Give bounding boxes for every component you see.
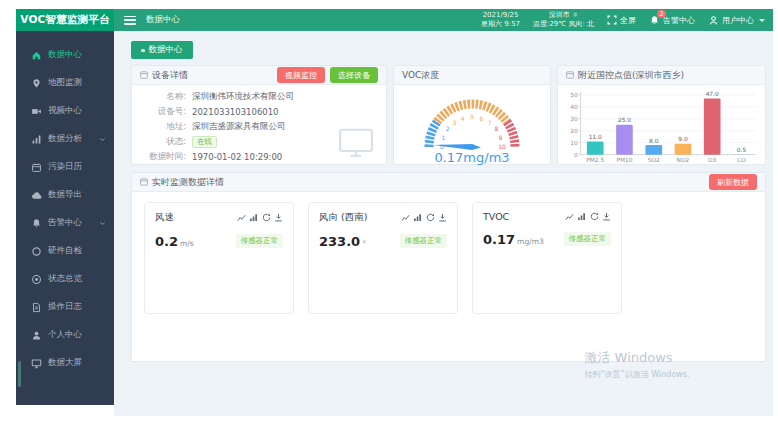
sidebar-item-video-center[interactable]: 视频中心 — [16, 97, 114, 125]
sensor-card-1: 风速0.2m/s传感器正常 — [144, 202, 294, 314]
tab-data-center[interactable]: 数据中心 — [131, 41, 193, 59]
svg-text:0: 0 — [574, 152, 578, 158]
device-field-value: 深圳吉盛源家具有限公司 — [192, 121, 286, 133]
svg-text:30: 30 — [570, 116, 578, 122]
alarm-center-label: 告警中心 — [663, 15, 695, 26]
main-content: 数据中心 设备详情 视频监控 选择设备 名称:深圳衡伟环境技术有限公司设备号:2… — [114, 31, 773, 416]
line-chart-icon[interactable] — [237, 213, 246, 222]
sensor-name: TVOC — [483, 211, 509, 222]
device-field-value: 2021033103106010 — [192, 107, 279, 117]
sensor-value: 0.2 — [155, 234, 178, 249]
device-field: 设备号:2021033103106010 — [140, 104, 378, 119]
svg-text:20: 20 — [570, 128, 578, 134]
device-field-label: 地址: — [140, 121, 186, 133]
device-field-label: 名称: — [140, 91, 186, 103]
video-monitor-button[interactable]: 视频监控 — [277, 67, 325, 83]
home-icon — [31, 50, 42, 61]
sidebar-item-data-screen[interactable]: 数据大屏 — [16, 349, 114, 377]
sidebar-item-hardware-selfcheck[interactable]: 硬件自检 — [16, 237, 114, 265]
svg-text:1: 1 — [442, 134, 446, 141]
device-field-label: 设备号: — [140, 106, 186, 118]
bell-icon — [31, 218, 42, 229]
menu-toggle-icon[interactable] — [124, 16, 136, 25]
signal-icon[interactable] — [577, 212, 586, 221]
sidebar-item-operation-log[interactable]: 操作日志 — [16, 293, 114, 321]
user-center-button[interactable]: 用户中心 — [708, 15, 765, 26]
fullscreen-button[interactable]: 全屏 — [607, 15, 636, 26]
svg-text:47.0: 47.0 — [706, 91, 719, 97]
sun-icon: ☼ — [572, 11, 578, 19]
video-icon — [31, 106, 42, 117]
realtime-panel-title: 实时监测数据详情 — [152, 176, 224, 189]
sensor-status-badge: 传感器正常 — [236, 234, 284, 248]
sidebar-item-label: 个人中心 — [48, 329, 82, 341]
user-icon — [708, 15, 719, 26]
gauge-panel-title: VOC浓度 — [402, 69, 439, 82]
line-chart-icon[interactable] — [565, 212, 574, 221]
top-header: VOC智慧监测平台 数据中心 2021/9/25 星期六 9:57 深圳市 ☼ … — [16, 9, 773, 31]
tab-bar: 数据中心 — [131, 37, 766, 59]
breadcrumb: 数据中心 — [146, 14, 180, 26]
national-station-chart-panel: 附近国控点值(深圳市西乡) 0102030405011.0PM2.525.0PM… — [557, 65, 766, 165]
sidebar-item-label: 地图监测 — [48, 77, 82, 89]
sidebar-item-personal-center[interactable]: 个人中心 — [16, 321, 114, 349]
svg-text:40: 40 — [570, 104, 578, 110]
device-detail-panel: 设备详情 视频监控 选择设备 名称:深圳衡伟环境技术有限公司设备号:202103… — [131, 65, 387, 165]
svg-text:10: 10 — [570, 140, 578, 146]
tab-label: 数据中心 — [149, 44, 183, 56]
refresh-icon[interactable] — [590, 212, 599, 221]
svg-text:10: 10 — [498, 143, 506, 150]
svg-text:2: 2 — [446, 126, 450, 133]
log-icon — [31, 302, 42, 313]
panel-list-icon — [140, 178, 148, 186]
fullscreen-icon — [607, 15, 617, 25]
sensor-value: 0.17 — [483, 232, 515, 247]
svg-text:8.0: 8.0 — [649, 138, 659, 144]
sensor-unit: m/s — [180, 239, 194, 248]
refresh-icon[interactable] — [262, 213, 271, 222]
svg-text:4: 4 — [461, 115, 465, 122]
alarm-count-badge: 2 — [657, 10, 666, 18]
user-center-label: 用户中心 — [722, 15, 754, 26]
alarm-center-button[interactable]: 2 告警中心 — [649, 15, 695, 26]
sidebar-item-data-export[interactable]: 数据导出 — [16, 181, 114, 209]
fullscreen-label: 全屏 — [620, 15, 636, 26]
sidebar-item-map-monitor[interactable]: 地图监测 — [16, 69, 114, 97]
signal-icon[interactable] — [249, 213, 258, 222]
select-device-button[interactable]: 选择设备 — [330, 67, 378, 83]
header-weather: 深圳市 ☼ 温度:29℃ 风向: 北 — [533, 11, 594, 29]
svg-text:CO: CO — [737, 158, 746, 164]
realtime-data-panel: 实时监测数据详情 刷新数据 风速0.2m/s传感器正常风向 (西南)233.0°… — [131, 172, 766, 362]
download-icon[interactable] — [438, 213, 447, 222]
voc-gauge: 012345678910 — [400, 85, 544, 152]
device-field-value: 1970-01-02 10:29:00 — [192, 152, 282, 162]
download-icon[interactable] — [602, 212, 611, 221]
signal-icon[interactable] — [413, 213, 422, 222]
sidebar-item-label: 数据大屏 — [48, 357, 82, 369]
sidebar-item-pollution-calendar[interactable]: 污染日历 — [16, 153, 114, 181]
download-icon[interactable] — [274, 213, 283, 222]
app-root: VOC智慧监测平台 数据中心 2021/9/25 星期六 9:57 深圳市 ☼ … — [16, 9, 773, 416]
sidebar-scrollbar[interactable] — [18, 361, 21, 387]
sensor-name: 风速 — [155, 211, 174, 224]
svg-text:SO2: SO2 — [648, 158, 660, 164]
line-chart-icon[interactable] — [401, 213, 410, 222]
sidebar-item-data-analysis[interactable]: 数据分析 — [16, 125, 114, 153]
sidebar-item-data-center[interactable]: 数据中心 — [16, 41, 114, 69]
svg-text:9.0: 9.0 — [678, 137, 688, 143]
refresh-data-button[interactable]: 刷新数据 — [709, 174, 757, 190]
watermark-line2: 转到“设置”以激活 Windows。 — [584, 369, 695, 380]
sidebar: 数据中心地图监测视频中心数据分析污染日历数据导出告警中心硬件自检状态总览操作日志… — [16, 31, 114, 405]
header-weather-detail: 温度:29℃ 风向: 北 — [533, 20, 594, 29]
sidebar-item-alarm-center[interactable]: 告警中心 — [16, 209, 114, 237]
refresh-icon[interactable] — [426, 213, 435, 222]
sidebar-item-label: 告警中心 — [48, 217, 82, 229]
sensor-value: 233.0 — [319, 234, 360, 249]
svg-text:7: 7 — [488, 119, 492, 126]
sidebar-item-label: 视频中心 — [48, 105, 82, 117]
sensor-unit: ° — [362, 239, 366, 248]
sidebar-item-status-overview[interactable]: 状态总览 — [16, 265, 114, 293]
svg-text:9: 9 — [499, 134, 503, 141]
ring-icon — [31, 246, 42, 257]
sidebar-item-label: 数据导出 — [48, 189, 82, 201]
